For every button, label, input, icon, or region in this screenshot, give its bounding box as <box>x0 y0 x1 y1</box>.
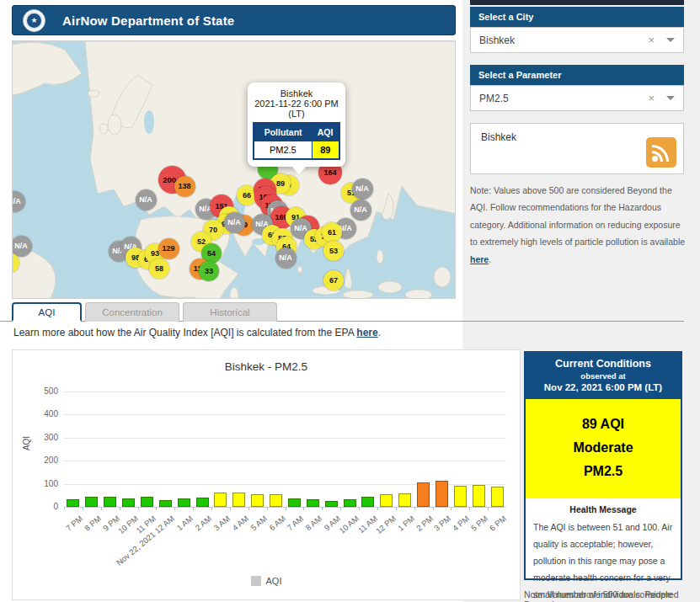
aqi-marker[interactable]: N/A <box>352 178 373 200</box>
aqi-marker[interactable]: 58 <box>149 258 169 279</box>
aqi-bar[interactable] <box>435 481 448 507</box>
chevron-down-icon[interactable] <box>666 38 675 42</box>
x-tick-mark <box>469 507 470 510</box>
x-tick-label: 1 PM <box>396 514 416 533</box>
conditions-parameter: PM2.5 <box>529 460 677 483</box>
x-tick-mark <box>211 507 212 510</box>
chevron-down-icon[interactable] <box>666 96 675 100</box>
x-tick-mark <box>174 507 175 510</box>
map-landmass <box>13 41 456 299</box>
x-tick-mark <box>267 507 268 510</box>
learn-more-period: . <box>378 327 381 338</box>
aqi-marker[interactable]: 138 <box>174 176 195 197</box>
aqi-bar[interactable] <box>380 494 393 507</box>
aqi-bar[interactable] <box>159 500 172 507</box>
aqi-marker[interactable]: 129 <box>158 238 179 259</box>
y-tick-label: 300 <box>36 433 58 442</box>
note-here-link[interactable]: here <box>470 254 489 264</box>
aqi-bar[interactable] <box>104 497 116 507</box>
aqi-bar[interactable] <box>288 498 301 507</box>
aqi-bar[interactable] <box>196 498 209 507</box>
note-text: Note: Values above 500 are considered Be… <box>470 185 685 247</box>
popup-datetime: 2021-11-22 6:00 PM <box>253 99 340 109</box>
aqi-marker[interactable]: N/A <box>136 189 157 210</box>
tab-bar: AQIConcentrationHistorical <box>12 302 277 322</box>
y-tick-label: 100 <box>36 479 58 488</box>
x-tick-label: 6 AM <box>267 514 287 532</box>
epa-here-link[interactable]: here <box>356 327 377 338</box>
tab-concentration[interactable]: Concentration <box>85 302 179 322</box>
aqi-bar[interactable] <box>398 493 411 507</box>
aqi-bar[interactable] <box>85 497 98 507</box>
aqi-marker[interactable]: 67 <box>323 270 344 290</box>
aqi-marker[interactable]: N/A <box>350 200 371 221</box>
airnow-page: ★ AirNow Department of State <box>0 0 700 602</box>
aqi-marker[interactable]: N/A <box>224 212 245 233</box>
tab-aqi[interactable]: AQI <box>12 302 82 322</box>
x-tick-label: 5 PM <box>469 514 489 533</box>
note-period: . <box>489 254 491 264</box>
world-aqi-map[interactable]: 200+138N/AN/AN/A9N/AN/A98649312958N/A151… <box>12 40 456 299</box>
x-tick-label: 3 AM <box>211 514 232 532</box>
x-tick-label: 10 AM <box>337 514 361 535</box>
aqi-bar[interactable] <box>307 499 319 507</box>
gridline <box>64 392 506 392</box>
conditions-category: Moderate <box>529 436 677 460</box>
x-tick-mark <box>488 507 489 510</box>
aqi-marker[interactable]: 33 <box>199 261 219 281</box>
popup-aqi-value: 89 <box>312 141 339 160</box>
y-tick-label: 500 <box>36 386 58 396</box>
aqi-bar[interactable] <box>251 494 264 507</box>
aqi-bar[interactable] <box>361 497 374 507</box>
aqi-bar[interactable] <box>325 501 338 507</box>
tab-historical[interactable]: Historical <box>183 302 277 322</box>
popup-col-pollutant: Pollutant <box>254 123 312 141</box>
conditions-observed-label: observed at <box>529 371 677 381</box>
aqi-bar[interactable] <box>473 485 485 507</box>
aqi-bar[interactable] <box>122 498 135 507</box>
x-tick-mark <box>286 507 286 510</box>
y-tick-label: 200 <box>36 455 58 465</box>
aqi-bar[interactable] <box>491 487 504 507</box>
city-widget: Select a City Bishkek × <box>470 7 684 53</box>
clear-parameter-icon[interactable]: × <box>648 92 655 104</box>
aqi-bar[interactable] <box>67 499 79 507</box>
gridline <box>64 438 506 439</box>
city-select-value: Bishkek <box>479 35 648 46</box>
popup-timezone: (LT) <box>253 109 340 119</box>
x-tick-label: 2 PM <box>414 514 435 533</box>
health-message-section: Health Message The AQI is between 51 and… <box>526 498 681 602</box>
parameter-select[interactable]: PM2.5 × <box>470 85 684 111</box>
chart-legend: AQI <box>13 576 520 586</box>
aqi-bar[interactable] <box>344 499 356 507</box>
aqi-bar[interactable] <box>417 482 430 507</box>
aqi-bar[interactable] <box>214 493 227 507</box>
aqi-marker[interactable]: 61 <box>322 222 342 242</box>
clear-city-icon[interactable]: × <box>648 34 655 46</box>
rss-icon[interactable] <box>646 137 676 168</box>
y-tick-label: 0 <box>36 502 58 511</box>
x-tick-mark <box>64 507 65 510</box>
city-select[interactable]: Bishkek × <box>470 27 684 53</box>
aqi-marker[interactable]: N/A <box>12 236 32 257</box>
gridline <box>64 414 506 415</box>
top-dark-strip <box>470 0 684 5</box>
chart-y-axis-label: AQI <box>22 436 31 450</box>
popup-table: Pollutant AQI PM2.5 89 <box>253 122 340 160</box>
gridline <box>64 461 506 461</box>
aqi-marker[interactable]: N/A <box>275 248 297 269</box>
x-tick-mark <box>303 507 304 510</box>
aqi-bar[interactable] <box>141 497 153 507</box>
aqi-bar[interactable] <box>454 486 467 507</box>
aqi-bar-chart: Bishkek - PM2.5 AQI AQI 0100200300400500… <box>12 349 521 600</box>
aqi-bar[interactable] <box>232 493 245 507</box>
app-header: ★ AirNow Department of State <box>12 5 456 35</box>
x-tick-label: 11 AM <box>356 514 379 535</box>
aqi-bar[interactable] <box>270 494 282 507</box>
x-tick-mark <box>230 507 231 510</box>
x-tick-label: 10 PM <box>116 514 140 535</box>
x-tick-mark <box>120 507 120 510</box>
aqi-marker[interactable]: 53 <box>323 241 344 261</box>
x-tick-label: 8 PM <box>83 514 103 533</box>
aqi-bar[interactable] <box>178 498 190 507</box>
